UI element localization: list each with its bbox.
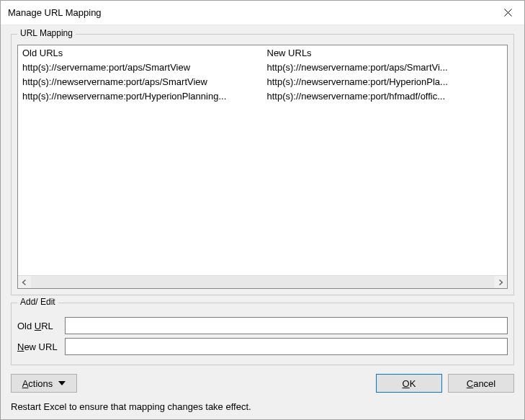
url-mapping-group-label: URL Mapping bbox=[17, 28, 76, 38]
cancel-button[interactable]: Cancel bbox=[448, 374, 514, 393]
cell-new-url: http(s)://newservername:port/aps/SmartVi… bbox=[263, 60, 508, 74]
new-url-input[interactable] bbox=[65, 338, 508, 355]
ok-button[interactable]: OK bbox=[376, 374, 442, 393]
horizontal-scrollbar[interactable] bbox=[18, 275, 507, 288]
cell-old-url: http(s)://newservername:port/aps/SmartVi… bbox=[18, 74, 263, 89]
footer-note: Restart Excel to ensure that mapping cha… bbox=[11, 400, 514, 412]
dialog-body: URL Mapping Old URLs New URLs bbox=[1, 25, 524, 419]
close-button[interactable] bbox=[491, 1, 524, 25]
cell-new-url: http(s)://newservername:port/HyperionPla… bbox=[263, 74, 508, 89]
add-edit-group-label: Add/ Edit bbox=[17, 297, 58, 307]
window-title: Manage URL Mapping bbox=[8, 7, 491, 18]
scroll-right-arrow-icon[interactable] bbox=[494, 276, 507, 288]
dialog-window: Manage URL Mapping URL Mapping Old URLs … bbox=[0, 0, 525, 420]
url-mapping-list[interactable]: Old URLs New URLs http(s)://servername:p… bbox=[17, 45, 508, 289]
url-mapping-group: URL Mapping Old URLs New URLs bbox=[11, 34, 514, 295]
cell-old-url: http(s)://newservername:port/HyperionPla… bbox=[18, 89, 263, 103]
add-edit-group: Add/ Edit Old URL New URL bbox=[11, 303, 514, 365]
button-row: Actions OK Cancel bbox=[11, 372, 514, 393]
scroll-track[interactable] bbox=[31, 276, 494, 288]
old-url-input[interactable] bbox=[65, 317, 508, 334]
titlebar: Manage URL Mapping bbox=[1, 1, 524, 25]
col-header-new-urls[interactable]: New URLs bbox=[263, 45, 508, 60]
actions-button[interactable]: Actions bbox=[11, 374, 77, 393]
table-row[interactable]: http(s)://newservername:port/aps/SmartVi… bbox=[18, 74, 507, 89]
col-header-old-urls[interactable]: Old URLs bbox=[18, 45, 263, 60]
table-row[interactable]: http(s)://newservername:port/HyperionPla… bbox=[18, 89, 507, 103]
close-icon bbox=[504, 9, 512, 17]
cell-new-url: http(s)://newservername:port/hfmadf/offi… bbox=[263, 89, 508, 103]
url-mapping-list-body: Old URLs New URLs http(s)://servername:p… bbox=[18, 45, 507, 275]
old-url-row: Old URL bbox=[17, 317, 508, 334]
new-url-label: New URL bbox=[17, 341, 65, 352]
url-mapping-table: Old URLs New URLs http(s)://servername:p… bbox=[18, 45, 507, 103]
chevron-down-icon bbox=[58, 381, 66, 385]
scroll-left-arrow-icon[interactable] bbox=[18, 276, 31, 288]
old-url-label: Old URL bbox=[17, 321, 65, 331]
table-row[interactable]: http(s)://servername:port/aps/SmartView … bbox=[18, 60, 507, 74]
cell-old-url: http(s)://servername:port/aps/SmartView bbox=[18, 60, 263, 74]
table-header-row: Old URLs New URLs bbox=[18, 45, 507, 60]
new-url-row: New URL bbox=[17, 338, 508, 355]
